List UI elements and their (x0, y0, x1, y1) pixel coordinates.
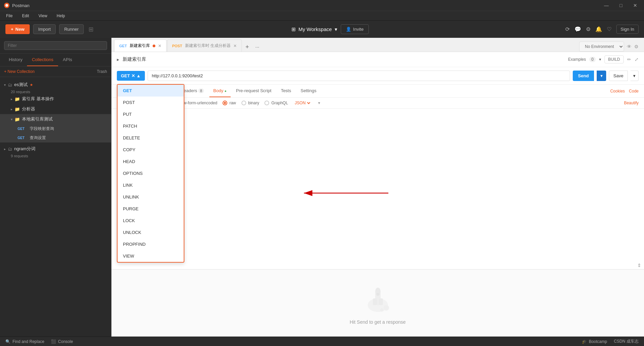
env-settings-button[interactable]: ⚙ (634, 44, 639, 49)
config-tab-settings[interactable]: Settings (297, 85, 320, 97)
dropdown-item-put[interactable]: PUT (118, 108, 184, 120)
dropdown-item-lock[interactable]: LOCK (118, 215, 184, 227)
tab-apis[interactable]: APIs (58, 54, 77, 66)
chevron-down-icon-local: ▾ (11, 117, 12, 121)
chevron-right-icon: ▸ (11, 97, 12, 101)
code-link[interactable]: Code (629, 89, 639, 94)
tab-close-icon-2[interactable]: ✕ (233, 44, 237, 48)
examples-chevron-icon[interactable]: ▾ (599, 57, 601, 62)
workspace-button[interactable]: ⊞ My Workspace ▾ (291, 26, 337, 32)
new-collection-button[interactable]: + New Collection (4, 69, 34, 74)
url-input[interactable] (148, 71, 570, 81)
tab-post-analyzer[interactable]: POST 新建索引库时 生成分析器 ✕ (167, 39, 242, 52)
chevron-down-icon: ▾ (4, 83, 6, 87)
toolbar-center: ⊞ My Workspace ▾ 👤 Invite (98, 24, 562, 34)
dropdown-item-post[interactable]: POST (118, 97, 184, 108)
sidebar-actions: + New Collection Trash (0, 66, 111, 77)
option-binary-label: binary (248, 101, 259, 105)
resize-handle[interactable]: ⇕ (637, 262, 641, 269)
code-editor[interactable]: "test": { "type": "integer", "index": fa… (111, 109, 644, 269)
folder-header-local-index[interactable]: ▾ 📁 本地索引库测试 (7, 114, 111, 124)
dropdown-item-copy[interactable]: COPY (118, 144, 184, 156)
console-icon: ⬛ (51, 339, 56, 344)
edit-icon-button[interactable]: ✏ (627, 57, 631, 62)
config-tab-tests[interactable]: Tests (277, 85, 295, 97)
option-graphql[interactable]: GraphQL (264, 101, 288, 105)
new-button[interactable]: + New (5, 24, 30, 34)
window-controls[interactable]: — □ ✕ (601, 1, 640, 9)
save-dropdown-button[interactable]: ▾ (630, 71, 639, 81)
dropdown-item-link[interactable]: LINK (118, 179, 184, 191)
new-collection-label: + New Collection (4, 69, 34, 74)
close-button[interactable]: ✕ (630, 1, 640, 9)
collection-meta: 20 requests (0, 90, 111, 94)
dropdown-item-view[interactable]: VIEW (118, 250, 184, 262)
runner-button[interactable]: Runner (59, 24, 84, 34)
tab-collections[interactable]: Collections (27, 54, 58, 66)
dropdown-item-delete[interactable]: DELETE (118, 132, 184, 144)
sign-in-button[interactable]: Sign In (616, 25, 639, 34)
method-selector-button[interactable]: GET ✕ ▲ (117, 71, 145, 81)
invite-button[interactable]: 👤 Invite (341, 24, 369, 34)
settings-icon[interactable]: ⚙ (586, 26, 591, 32)
dropdown-item-patch[interactable]: PATCH (118, 120, 184, 132)
send-dropdown-button[interactable]: ▾ (597, 71, 606, 81)
collection-header-ngram[interactable]: ▸ 🗂 ngram分词 (0, 144, 111, 154)
heart-icon[interactable]: ♡ (607, 26, 612, 32)
env-quick-look-button[interactable]: 👁 (627, 44, 632, 49)
config-tab-body[interactable]: Body ● (209, 85, 231, 97)
arrow-annotation (294, 183, 395, 203)
format-select[interactable]: JSON (293, 100, 311, 106)
tab-get-new-index[interactable]: GET 新建索引库 ✕ (114, 39, 166, 52)
beautify-button[interactable]: Beautify (624, 101, 639, 105)
option-raw[interactable]: raw (223, 101, 236, 105)
dropdown-item-options[interactable]: OPTIONS (118, 167, 184, 179)
dropdown-item-get[interactable]: GET (118, 85, 184, 97)
menu-view[interactable]: View (36, 13, 49, 19)
minimize-button[interactable]: — (601, 1, 612, 9)
trash-button[interactable]: Trash (97, 69, 107, 74)
menu-help[interactable]: Help (55, 13, 67, 19)
option-binary[interactable]: binary (241, 101, 259, 105)
dropdown-item-propfind[interactable]: PROPFIND (118, 238, 184, 250)
console-button[interactable]: ⬛ Console (51, 339, 73, 344)
dropdown-item-unlock[interactable]: UNLOCK (118, 227, 184, 238)
search-icon: 🔍 (5, 339, 10, 344)
dropdown-item-purge[interactable]: PURGE (118, 203, 184, 215)
import-button[interactable]: Import (33, 24, 56, 34)
selected-method-label: GET (121, 73, 130, 78)
request-query-settings[interactable]: GET 查询设置 (7, 133, 111, 142)
request-field-mapping[interactable]: GET 字段映射查询 (7, 124, 111, 133)
collection-header-es-test[interactable]: ▾ 🗂 es测试 ★ (0, 80, 111, 90)
config-tab-prerequest[interactable]: Pre-request Script (232, 85, 276, 97)
examples-label: Examples (568, 57, 586, 62)
maximize-button[interactable]: □ (617, 1, 625, 9)
folder-header-basic-ops[interactable]: ▸ 📁 索引库 基本操作 (7, 94, 111, 104)
menu-file[interactable]: File (4, 13, 15, 19)
bootcamp-button[interactable]: 🎓 Bootcamp (582, 339, 607, 344)
titlebar: Postman — □ ✕ (0, 0, 644, 11)
search-input[interactable] (4, 41, 107, 50)
tab-more-button[interactable]: ··· (253, 42, 262, 52)
sync-icon[interactable]: ⟳ (565, 26, 570, 32)
tab-history[interactable]: History (4, 54, 27, 66)
chat-icon[interactable]: 💬 (574, 26, 581, 32)
save-button[interactable]: Save (609, 71, 628, 81)
option-raw-label: raw (229, 101, 236, 105)
send-button[interactable]: Send (573, 71, 594, 81)
folder-header-analyzer[interactable]: ▸ 📁 分析器 (7, 104, 111, 114)
environment-select[interactable]: No Environment (579, 42, 624, 52)
expand-icon-button[interactable]: ⤢ (635, 57, 639, 62)
add-tab-button[interactable]: + (242, 42, 252, 52)
cookies-link[interactable]: Cookies (610, 89, 625, 94)
collection-name: es测试 (14, 82, 28, 88)
collapse-button[interactable]: ▸ (117, 57, 119, 62)
dropdown-item-unlink[interactable]: UNLINK (118, 191, 184, 203)
bell-icon[interactable]: 🔔 (595, 26, 602, 32)
dropdown-item-head[interactable]: HEAD (118, 156, 184, 167)
method-up-icon: ▲ (136, 73, 141, 78)
menu-edit[interactable]: Edit (20, 13, 31, 19)
find-replace-button[interactable]: 🔍 Find and Replace (5, 339, 44, 344)
build-button[interactable]: BUILD (604, 55, 624, 63)
tab-close-icon[interactable]: ✕ (158, 44, 161, 48)
